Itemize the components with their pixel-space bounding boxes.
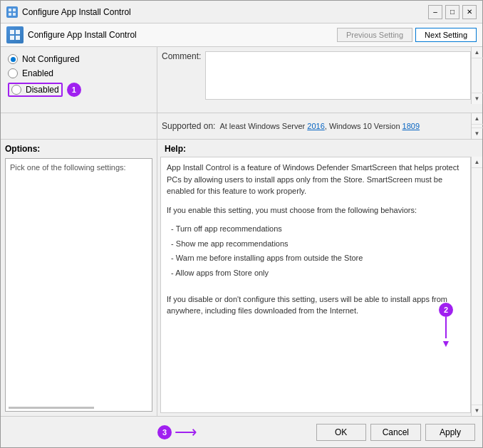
- ok-button[interactable]: OK: [316, 424, 366, 441]
- svg-rect-2: [9, 13, 11, 16]
- help-scroll-up[interactable]: ▲: [472, 157, 483, 168]
- options-placeholder: Pick one of the following settings:: [10, 163, 126, 172]
- options-scrollbar-thumb: [9, 407, 94, 409]
- nav-bar: Configure App Install Control Previous S…: [1, 24, 482, 47]
- radio-dot-not-configured: [8, 54, 18, 64]
- window: Configure App Install Control – □ ✕ Conf…: [0, 0, 483, 448]
- supported-link-2016[interactable]: 2016: [307, 122, 324, 130]
- nav-title: Configure App Install Control: [28, 30, 333, 40]
- options-box[interactable]: Pick one of the following settings:: [5, 158, 152, 412]
- comment-scroll-up[interactable]: ▲: [472, 47, 483, 58]
- apply-button[interactable]: Apply: [425, 424, 475, 441]
- supported-value: At least Windows Server 2016, Windows 10…: [219, 122, 471, 130]
- main-layout: Not Configured Enabled Disabled 1: [1, 47, 482, 447]
- supported-link-1809[interactable]: 1809: [402, 122, 420, 130]
- annotation-badge-1: 1: [67, 83, 81, 97]
- title-bar-left: Configure App Install Control: [6, 6, 131, 18]
- help-scrollbar: ▲ ▼: [471, 157, 482, 416]
- help-item-4: - Allow apps from Store only: [167, 267, 464, 279]
- annotation-arrow-2-head: ▼: [439, 338, 453, 348]
- help-scroll-down[interactable]: ▼: [472, 405, 483, 416]
- annotation-arrow-3: ⟶: [175, 424, 197, 440]
- radio-label-disabled: Disabled: [26, 85, 59, 95]
- footer-bar: 3 ⟶ OK Cancel Apply: [1, 416, 482, 447]
- options-section: Options: Pick one of the following setti…: [1, 140, 157, 416]
- comment-box[interactable]: [205, 51, 471, 100]
- supported-scrollbar: ▲ ▼: [471, 113, 482, 139]
- svg-rect-3: [13, 13, 16, 16]
- close-button[interactable]: ✕: [462, 5, 477, 19]
- radio-section: Not Configured Enabled Disabled 1: [1, 47, 157, 113]
- minimize-button[interactable]: –: [428, 5, 442, 19]
- help-content[interactable]: App Install Control is a feature of Wind…: [160, 157, 471, 413]
- svg-rect-4: [10, 30, 14, 34]
- help-header: Help:: [157, 140, 482, 157]
- options-header: Options:: [5, 144, 152, 154]
- nav-buttons: Previous Setting Next Setting: [337, 28, 477, 42]
- top-section: Not Configured Enabled Disabled 1: [1, 47, 482, 113]
- supported-label: Supported on:: [157, 121, 219, 131]
- nav-icon: [6, 26, 24, 43]
- next-setting-button[interactable]: Next Setting: [415, 28, 477, 42]
- help-item-3: - Warn me before installing apps from ou…: [167, 252, 464, 264]
- window-title: Configure App Install Control: [22, 7, 131, 17]
- comment-scrollbar: ▲ ▼: [471, 47, 482, 104]
- help-para-1: App Install Control is a feature of Wind…: [167, 162, 464, 197]
- supported-row: Supported on: At least Windows Server 20…: [1, 113, 482, 140]
- radio-label-enabled: Enabled: [22, 68, 53, 78]
- comment-area: Comment: ▲ ▼: [157, 47, 482, 104]
- svg-rect-5: [16, 30, 20, 34]
- comment-label: Comment:: [157, 47, 205, 104]
- svg-rect-6: [10, 36, 14, 40]
- help-para-2: If you enable this setting, you must cho…: [167, 204, 464, 217]
- annotation-badge-3: 3: [157, 425, 172, 439]
- help-content-row: App Install Control is a feature of Wind…: [157, 157, 482, 416]
- help-item-1: - Turn off app recommendations: [167, 223, 464, 235]
- cancel-button[interactable]: Cancel: [370, 424, 421, 441]
- radio-dot-disabled: [11, 85, 21, 95]
- middle-section: Options: Pick one of the following setti…: [1, 140, 482, 416]
- annotation-arrow-2: [445, 317, 447, 338]
- disabled-highlight: Disabled: [8, 83, 63, 97]
- help-scroll-track: [472, 168, 482, 405]
- radio-enabled[interactable]: Enabled: [8, 68, 150, 78]
- radio-dot-enabled: [8, 68, 18, 78]
- comment-section: Comment: ▲ ▼: [157, 47, 482, 113]
- app-icon: [6, 6, 18, 18]
- supported-scroll-down[interactable]: ▼: [472, 127, 483, 139]
- annotation-badge-2-container: 2 ▼: [439, 303, 453, 348]
- help-section: Help: App Install Control is a feature o…: [157, 140, 482, 416]
- title-bar: Configure App Install Control – □ ✕: [1, 1, 482, 24]
- prev-setting-button[interactable]: Previous Setting: [337, 28, 412, 42]
- radio-not-configured[interactable]: Not Configured: [8, 54, 150, 64]
- radio-disabled[interactable]: Disabled 1: [8, 83, 150, 97]
- radio-group: Not Configured Enabled Disabled 1: [8, 54, 150, 97]
- comment-scroll-track: [472, 58, 482, 93]
- supported-content-area: Supported on: At least Windows Server 20…: [157, 113, 482, 139]
- supported-left-spacer: [1, 113, 157, 139]
- annotation-badge-2: 2: [439, 303, 453, 317]
- window-controls: – □ ✕: [428, 5, 477, 19]
- help-para-3: If you disable or don't configure this s…: [167, 293, 464, 317]
- supported-scroll-up[interactable]: ▲: [472, 113, 483, 125]
- svg-rect-7: [16, 36, 20, 40]
- svg-rect-0: [9, 9, 11, 11]
- comment-scroll-down[interactable]: ▼: [472, 93, 483, 104]
- svg-rect-1: [13, 9, 16, 11]
- maximize-button[interactable]: □: [445, 5, 459, 19]
- radio-label-not-configured: Not Configured: [22, 54, 80, 64]
- annotation-3-container: 3 ⟶: [157, 424, 197, 440]
- help-item-2: - Show me app recommendations: [167, 238, 464, 250]
